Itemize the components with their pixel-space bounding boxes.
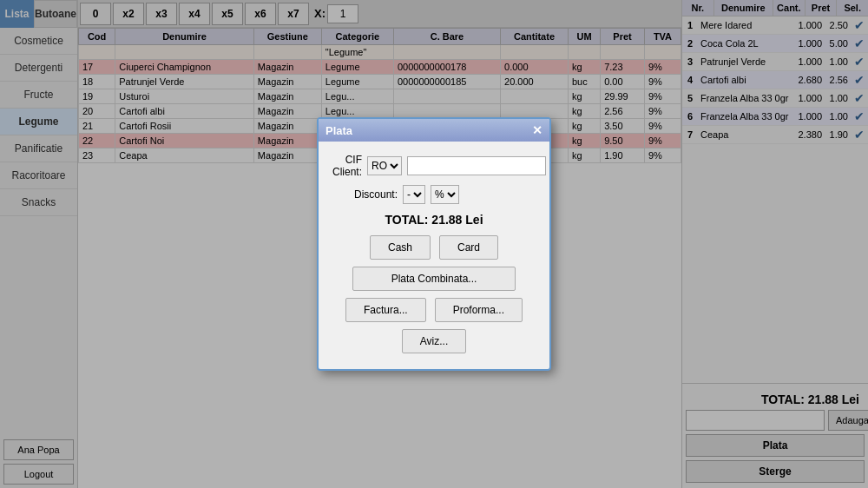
cif-prefix-select[interactable]: RO bbox=[367, 156, 402, 175]
modal-overlay: Plata ✕ CIF Client: RO Discount: - bbox=[0, 0, 868, 488]
factura-button[interactable]: Factura... bbox=[345, 298, 426, 322]
plata-modal: Plata ✕ CIF Client: RO Discount: - bbox=[317, 117, 551, 371]
cash-button[interactable]: Cash bbox=[370, 235, 431, 260]
aviz-button[interactable]: Aviz... bbox=[402, 329, 466, 353]
card-button[interactable]: Card bbox=[439, 235, 498, 260]
discount-row: Discount: - % bbox=[332, 185, 536, 204]
proforma-button[interactable]: Proforma... bbox=[435, 298, 523, 322]
discount-label: Discount: bbox=[332, 188, 398, 201]
cif-row: CIF Client: RO bbox=[332, 154, 536, 178]
modal-footer-buttons: Aviz... bbox=[332, 329, 536, 353]
plata-combinata-button[interactable]: Plata Combinata... bbox=[352, 267, 515, 291]
cif-label: CIF Client: bbox=[332, 154, 362, 178]
modal-title: Plata bbox=[326, 124, 352, 137]
discount-value-select[interactable]: - bbox=[403, 185, 425, 204]
modal-close-button[interactable]: ✕ bbox=[532, 123, 542, 137]
modal-doc-buttons: Factura... Proforma... bbox=[332, 298, 536, 322]
discount-unit-select[interactable]: % bbox=[431, 185, 459, 204]
modal-header: Plata ✕ bbox=[319, 119, 549, 142]
modal-payment-buttons: Cash Card bbox=[332, 235, 536, 260]
cif-input[interactable] bbox=[407, 156, 546, 175]
modal-body: CIF Client: RO Discount: - % TOTAL: 21.8… bbox=[319, 142, 549, 369]
modal-total: TOTAL: 21.88 Lei bbox=[332, 213, 536, 227]
